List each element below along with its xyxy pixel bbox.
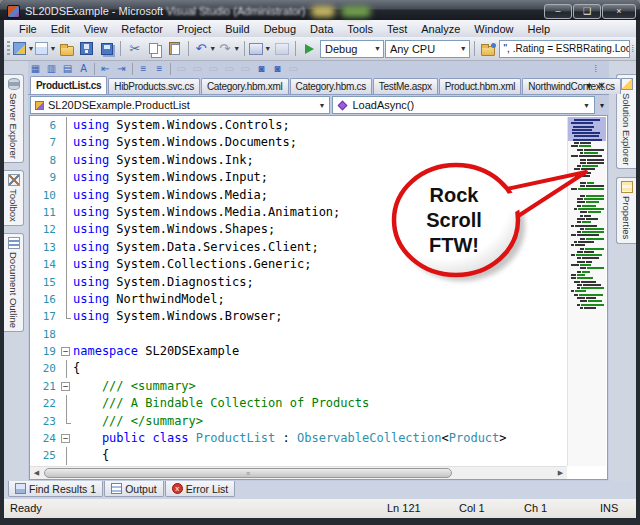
collapse-button[interactable]: − (61, 382, 70, 391)
menu-item-help[interactable]: Help (520, 22, 557, 36)
navigate-forward-button[interactable] (272, 39, 291, 59)
word-completion-button[interactable]: A (76, 62, 91, 76)
code-line[interactable]: 20{ (30, 360, 567, 377)
menu-item-project[interactable]: Project (170, 22, 218, 36)
tab-category-hbm-xml[interactable]: Category.hbm.xml (201, 78, 289, 94)
copy-button[interactable] (145, 39, 164, 59)
tab-productlist-cs[interactable]: ProductList.cs (30, 76, 107, 94)
menu-item-test[interactable]: Test (380, 22, 414, 36)
fold-marker[interactable] (60, 221, 73, 238)
types-combo[interactable]: SL20DSExample.ProductList ▼ (30, 96, 330, 114)
navigate-backward-button[interactable]: ▼ (249, 39, 271, 59)
paste-button[interactable] (165, 39, 184, 59)
previous-bookmark-doc-button[interactable]: ◙ (254, 62, 269, 76)
start-debugging-button[interactable] (300, 39, 319, 59)
code-line[interactable]: 10using System.Windows.Media; (30, 187, 567, 204)
fold-marker[interactable] (60, 117, 73, 134)
toolbar-grip[interactable] (7, 41, 10, 57)
menu-item-debug[interactable]: Debug (257, 22, 303, 36)
horizontal-scrollbar[interactable]: ◀ ▶ (30, 466, 567, 479)
minimize-button[interactable]: – (544, 4, 572, 19)
parameter-info-button[interactable]: ▥ (44, 62, 59, 76)
dock-tab-server-explorer[interactable]: Server Explorer (4, 74, 24, 163)
uncomment-button[interactable]: ≡ (152, 62, 167, 76)
code-line[interactable]: 15using System.Diagnostics; (30, 274, 567, 291)
decrease-indent-button[interactable]: ⇤ (98, 62, 113, 76)
code-line[interactable]: 24− public class ProductList : Observabl… (30, 430, 567, 447)
fold-marker[interactable] (60, 187, 73, 204)
menu-item-refactor[interactable]: Refactor (114, 22, 170, 36)
menu-item-build[interactable]: Build (218, 22, 256, 36)
maximize-button[interactable]: ❑ (573, 4, 601, 19)
fold-marker[interactable] (60, 169, 73, 186)
find-combo[interactable]: ", .Rating = ESRBRating.Lookup▼ (499, 40, 631, 58)
code-line[interactable]: 14using System.Collections.Generic; (30, 256, 567, 273)
scrollbar-options-button[interactable]: ▾ (597, 101, 607, 110)
fold-marker[interactable] (60, 204, 73, 221)
code-line[interactable]: 7using System.Windows.Documents; (30, 134, 567, 151)
code-line[interactable]: 21− /// <summary> (30, 378, 567, 395)
title-bar[interactable]: SL20DSExample - Microsoft Visual Studio … (0, 0, 640, 20)
fold-marker[interactable] (60, 291, 73, 308)
scroll-left-arrow[interactable]: ◀ (30, 469, 43, 477)
fold-marker[interactable]: − (60, 430, 73, 447)
collapse-button[interactable]: − (61, 347, 70, 356)
increase-indent-button[interactable]: ⇥ (114, 62, 129, 76)
toolbar-overflow-button[interactable]: ⁞ (631, 44, 636, 54)
fold-marker[interactable] (60, 413, 73, 430)
fold-marker[interactable] (60, 152, 73, 169)
member-list-button[interactable]: ▦ (28, 62, 43, 76)
tab-hibproducts-svc-cs[interactable]: HibProducts.svc.cs (108, 78, 200, 94)
close-button[interactable]: × (602, 4, 636, 19)
fold-marker[interactable] (60, 256, 73, 273)
solution-platforms-combo[interactable]: Any CPU▼ (385, 40, 470, 58)
code-line[interactable]: 23 /// </summary> (30, 413, 567, 430)
toggle-bookmark-button[interactable]: ▭ (174, 62, 189, 76)
menu-item-edit[interactable]: Edit (44, 22, 77, 36)
comment-button[interactable]: ≡ (136, 62, 151, 76)
bottom-tab-error-list[interactable]: xError List (165, 481, 236, 497)
active-files-chevron-button[interactable]: ▾ (587, 80, 592, 91)
scrollbar-thumb[interactable] (44, 468, 452, 478)
cut-button[interactable]: ✂ (125, 39, 144, 59)
code-line[interactable]: 18 (30, 326, 567, 343)
members-combo[interactable]: LoadAsync() ▼ (332, 96, 595, 114)
code-line[interactable]: 12using System.Windows.Shapes; (30, 221, 567, 238)
bottom-tab-output[interactable]: Output (104, 481, 164, 497)
fold-marker[interactable]: − (60, 343, 73, 360)
fold-marker[interactable] (60, 134, 73, 151)
menu-item-view[interactable]: View (77, 22, 115, 36)
code-line[interactable]: 8using System.Windows.Ink; (30, 152, 567, 169)
tab-category-hbm-cs[interactable]: Category.hbm.cs (290, 78, 372, 94)
scroll-right-arrow[interactable]: ▶ (554, 469, 567, 477)
previous-bookmark-button[interactable]: ▭ (190, 62, 205, 76)
fold-marker[interactable] (60, 308, 73, 325)
redo-button[interactable]: ↷▼ (217, 39, 240, 59)
quick-info-button[interactable]: ▤ (60, 62, 75, 76)
code-line[interactable]: 19−namespace SL20DSExample (30, 343, 567, 360)
menu-item-analyze[interactable]: Analyze (414, 22, 467, 36)
menu-item-tools[interactable]: Tools (340, 22, 380, 36)
code-line[interactable]: 25 { (30, 447, 567, 464)
add-item-button[interactable]: ▼ (35, 39, 56, 59)
rockscroll-minimap[interactable] (567, 117, 606, 466)
code-area[interactable]: 6using System.Windows.Controls;7using Sy… (30, 117, 567, 466)
code-line[interactable]: 16using NorthwindModel; (30, 291, 567, 308)
dock-tab-document-outline[interactable]: Document Outline (4, 233, 24, 332)
next-bookmark-folder-button[interactable]: ▭ (238, 62, 253, 76)
next-bookmark-button[interactable]: ▭ (206, 62, 221, 76)
next-bookmark-doc-button[interactable]: ◙ (270, 62, 285, 76)
code-line[interactable]: 11using System.Windows.Media.Animation; (30, 204, 567, 221)
fold-marker[interactable] (60, 274, 73, 291)
undo-button[interactable]: ↶▼ (193, 39, 216, 59)
previous-bookmark-folder-button[interactable]: ▭ (222, 62, 237, 76)
fold-marker[interactable]: − (60, 378, 73, 395)
toolbar-overflow-button[interactable]: ⁞ (594, 64, 599, 74)
collapse-button[interactable]: − (61, 434, 70, 443)
menu-item-window[interactable]: Window (467, 22, 520, 36)
menu-item-file[interactable]: File (12, 22, 44, 36)
save-button[interactable] (77, 39, 96, 59)
fold-marker[interactable] (60, 395, 73, 412)
fold-marker[interactable] (60, 239, 73, 256)
save-all-button[interactable] (97, 39, 116, 59)
